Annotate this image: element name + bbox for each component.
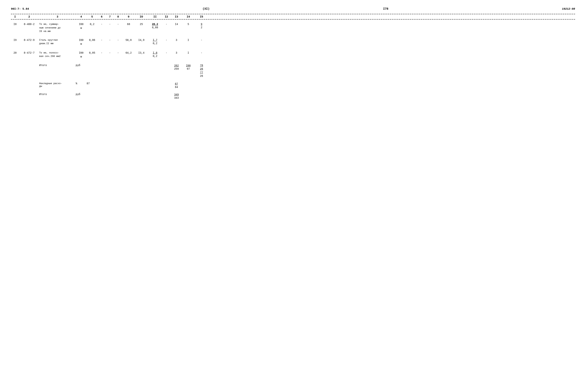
nakladnye-c13: 87 84: [170, 82, 182, 89]
row-c8: -: [114, 51, 122, 55]
row-c8: -: [114, 38, 122, 42]
row-num: I9: [11, 38, 19, 42]
row-unit1: I00м: [76, 22, 87, 30]
doc-number: 90I-7- 5.84: [11, 8, 29, 10]
page-header: 90I-7- 5.84 (XI) I78 19212-08: [11, 7, 575, 10]
row-c12: -: [162, 38, 170, 42]
row-c11-frac: I,7 0,2: [153, 38, 157, 45]
section-number: (XI): [203, 7, 210, 10]
col-header-9: 9: [122, 15, 135, 18]
row-c5: 0,05: [87, 51, 97, 55]
row-c9: 68: [122, 22, 135, 26]
row-c7: -: [106, 51, 114, 55]
column-headers: I 2 3 4 5 6 7 8 9 IO II I2 I3 I4 I5: [11, 15, 575, 20]
itogo-c13: 262 259: [170, 64, 182, 70]
row-c6: -: [97, 38, 106, 42]
row-desc: Сталь круглаядиам.I2 мм: [39, 38, 76, 46]
row-c14: I: [182, 51, 194, 55]
col-header-11: II: [148, 15, 162, 18]
row-desc: То же, полосо-вая сеч.I60 мм2: [39, 51, 76, 58]
col-header-7: 7: [106, 15, 114, 18]
row-unit1: I00м: [76, 51, 87, 59]
row-c7: -: [106, 38, 114, 42]
row-c15: -: [194, 38, 209, 42]
row-c9: 64,2: [122, 51, 135, 55]
row-c15: -: [194, 51, 209, 55]
col-header-8: 8: [114, 15, 122, 18]
row-c10: I4,9: [135, 38, 148, 42]
row-c12: -: [162, 51, 170, 55]
row-c13: I4: [170, 22, 182, 26]
col-header-4: 4: [76, 15, 87, 18]
row-num: I8: [11, 22, 19, 26]
row-c10: I3,4: [135, 51, 148, 55]
doc-code: 19212-08: [562, 8, 575, 10]
col-header-15: I5: [194, 15, 209, 18]
table-row: I9 8-472-9 Сталь круглаядиам.I2 мм I00м …: [11, 38, 575, 46]
itogo-label-2: Итого: [39, 93, 76, 96]
totals-row-2: Итого руб 349 343: [11, 93, 575, 100]
col-header-13: I3: [170, 15, 182, 18]
row-c13: 3: [170, 51, 182, 55]
totals-row-1: Итого руб 262 259 I00 97 78 26 77: [11, 64, 575, 78]
nakladnye-unit: %: [76, 82, 87, 85]
itogo-c14: I00 97: [182, 64, 194, 70]
table-row: 20 8-472-7 То же, полосо-вая сеч.I60 мм2…: [11, 51, 575, 59]
row-c6: -: [97, 22, 106, 26]
col-header-2: 2: [19, 15, 39, 18]
row-desc: То же, суммар-ным сечением доI6 кв.мм: [39, 22, 76, 33]
col-header-14: I4: [182, 15, 194, 18]
col-header-12: I2: [162, 15, 170, 18]
col-header-6: 6: [97, 15, 106, 18]
row-c11-frac: I,8 0,2: [153, 51, 157, 58]
row-code: 8-400-2: [19, 22, 39, 26]
nakladnye-val: 87: [87, 82, 97, 85]
table-row: I8 8-400-2 То же, суммар-ным сечением до…: [11, 22, 575, 33]
row-c14: I: [182, 38, 194, 42]
itogo-c15: 78 26 77 26: [194, 64, 209, 78]
row-c11: I,8 0,2: [148, 51, 162, 58]
totals-section: Итого руб 262 259 I00 97 78 26 77: [11, 64, 575, 100]
row-c9: 58,8: [122, 38, 135, 42]
col-header-5: 5: [87, 15, 97, 18]
row-c11: I,7 0,2: [148, 38, 162, 45]
nakladnye-row: Накладные расхо-ды % 87 87 84: [11, 82, 575, 89]
row-c11-frac: 28,2 8,88: [152, 22, 158, 29]
row-c10: 25: [135, 22, 148, 26]
itogo2-c13: 349 343: [170, 93, 182, 100]
row-c12: -: [162, 22, 170, 26]
row-c7: -: [106, 22, 114, 26]
row-c15: 9 2: [194, 22, 209, 29]
row-c11: 28,2 8,88: [148, 22, 162, 29]
row-c8: -: [114, 22, 122, 26]
top-divider: [11, 14, 575, 14]
row-code: 8-472-9: [19, 38, 39, 42]
row-unit1: I00м: [76, 38, 87, 46]
row-c13: 3: [170, 38, 182, 42]
row-c5: 0,06: [87, 38, 97, 42]
col-header-3: 3: [39, 15, 76, 18]
itogo-unit-1: руб: [76, 64, 87, 67]
col-header-10: IO: [135, 15, 148, 18]
col-header-1: I: [11, 15, 19, 18]
row-c15-frac: 9 2: [201, 22, 202, 29]
row-c14: 5: [182, 22, 194, 26]
row-c5: 0,2: [87, 22, 97, 26]
row-num: 20: [11, 51, 19, 55]
itogo-label-1: Итого: [39, 64, 76, 67]
nakladnye-label: Накладные расхо-ды: [39, 82, 76, 88]
row-c6: -: [97, 51, 106, 55]
row-code: 8-472-7: [19, 51, 39, 55]
itogo-unit-2: руб: [76, 93, 87, 96]
page-number: I78: [383, 7, 389, 10]
